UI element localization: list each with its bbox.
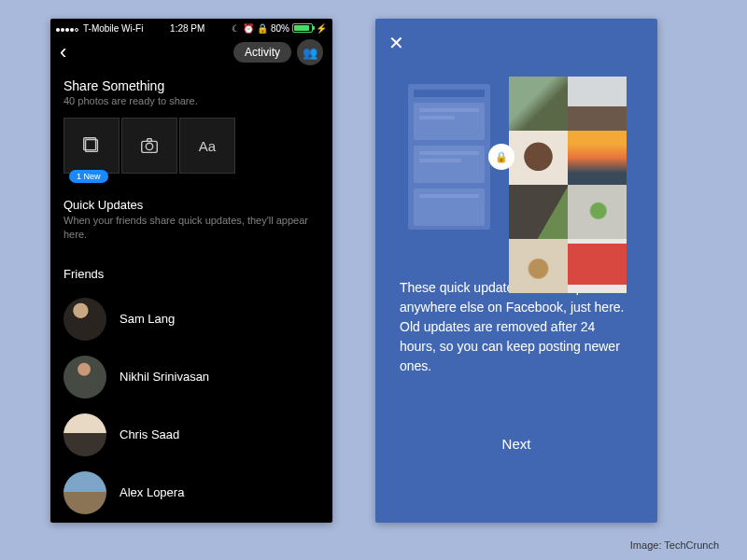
avatar	[63, 298, 106, 341]
nav-bar: ‹ Activity 👥	[50, 37, 332, 67]
carrier-label: T-Mobile Wi-Fi	[83, 23, 143, 34]
mock-feed-illustration	[408, 84, 490, 230]
rotation-lock-icon: 🔒	[257, 23, 268, 34]
image-credit: Image: TechCrunch	[630, 539, 719, 551]
avatar	[63, 471, 106, 514]
onboarding-illustration: 🔒	[423, 73, 610, 241]
friend-row[interactable]: Chris Saad	[63, 406, 319, 464]
phone-screenshot-main: T-Mobile Wi-Fi 1:28 PM ☾ ⏰ 🔒 80% ⚡ ‹ Act…	[50, 19, 332, 523]
new-badge: 1 New	[69, 170, 108, 183]
quick-updates-title: Quick Updates	[63, 198, 319, 212]
photos-icon	[81, 135, 102, 156]
battery-percent: 80%	[271, 23, 289, 34]
friend-name: Nikhil Srinivasan	[120, 370, 209, 384]
camera-tile[interactable]	[121, 118, 177, 174]
people-button[interactable]: 👥	[297, 39, 323, 65]
charging-icon: ⚡	[316, 23, 327, 34]
share-subtitle: 40 photos are ready to share.	[63, 95, 319, 106]
photos-tile[interactable]	[63, 118, 120, 174]
text-icon: Aa	[199, 138, 216, 154]
close-button[interactable]: ✕	[388, 32, 644, 54]
camera-icon	[139, 135, 160, 156]
alarm-icon: ⏰	[243, 23, 254, 34]
battery-icon	[292, 23, 313, 33]
share-title: Share Something	[63, 78, 319, 93]
friend-name: Chris Saad	[120, 427, 179, 441]
text-tile[interactable]: Aa	[179, 118, 235, 174]
signal-dots-icon	[56, 23, 79, 34]
next-button[interactable]: Next	[388, 436, 644, 452]
share-tiles: Aa 1 New	[63, 118, 319, 174]
photo-grid-illustration	[509, 77, 627, 293]
moon-icon: ☾	[232, 23, 240, 34]
friend-row[interactable]: Sam Lang	[63, 290, 319, 348]
friend-row[interactable]: Nikhil Srinivasan	[63, 348, 319, 406]
status-bar: T-Mobile Wi-Fi 1:28 PM ☾ ⏰ 🔒 80% ⚡	[50, 19, 332, 37]
avatar	[63, 356, 106, 399]
avatar	[63, 413, 106, 456]
friends-list: Sam Lang Nikhil Srinivasan Chris Saad Al…	[63, 290, 319, 523]
quick-updates-subtitle: When your friends share quick updates, t…	[63, 214, 319, 243]
friend-row[interactable]: Stephen Ellis	[63, 522, 319, 523]
back-button[interactable]: ‹	[60, 40, 66, 64]
friend-row[interactable]: Alex Lopera	[63, 464, 319, 522]
people-icon: 👥	[303, 46, 317, 60]
lock-icon: 🔒	[488, 144, 514, 170]
friends-heading: Friends	[63, 267, 319, 281]
clock-label: 1:28 PM	[170, 23, 204, 34]
friend-name: Alex Lopera	[120, 485, 184, 499]
friend-name: Sam Lang	[120, 312, 175, 326]
svg-point-3	[146, 143, 152, 149]
phone-screenshot-onboarding: ✕ 🔒 These quick updates won't be posted …	[375, 19, 657, 523]
activity-button[interactable]: Activity	[233, 42, 291, 63]
